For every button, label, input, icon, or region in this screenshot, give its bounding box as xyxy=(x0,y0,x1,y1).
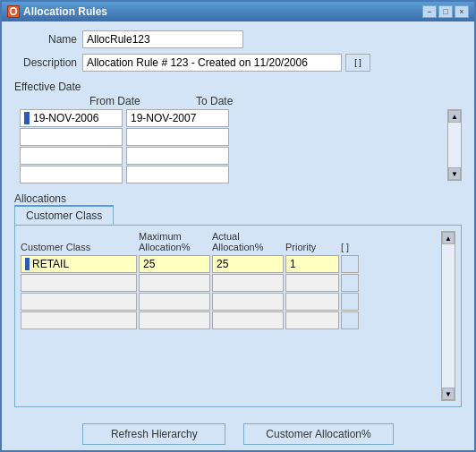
allocations-label: Allocations xyxy=(14,192,462,205)
alloc-customer-cell-2[interactable] xyxy=(21,274,137,292)
from-date-cell-3[interactable] xyxy=(20,147,123,165)
minimize-button[interactable]: − xyxy=(422,5,437,18)
alloc-customer-cell-4[interactable] xyxy=(21,311,137,329)
alloc-scroll-track xyxy=(442,244,455,388)
allocation-rules-window: O Allocation Rules − □ × Name Descriptio… xyxy=(0,0,476,452)
title-bar-left: O Allocation Rules xyxy=(7,5,107,18)
alloc-table: Customer Class Maximum Allocation% Actua… xyxy=(21,231,438,401)
desc-row: Description [ ] xyxy=(14,54,462,72)
alloc-table-wrapper: Customer Class Maximum Allocation% Actua… xyxy=(21,231,455,401)
alloc-max-value-1: 25 xyxy=(143,258,155,270)
from-date-cell-4[interactable] xyxy=(20,166,123,183)
customer-allocation-button[interactable]: Customer Allocation% xyxy=(243,423,393,445)
alloc-row-indicator xyxy=(25,258,30,270)
col-max-header: Maximum Allocation% xyxy=(139,231,210,252)
dates-grid: 19-NOV-2006 19-NOV-2007 xyxy=(14,109,462,183)
alloc-customer-cell-3[interactable] xyxy=(21,293,137,311)
dates-row-4 xyxy=(20,166,444,183)
alloc-actual-cell-2[interactable] xyxy=(212,274,284,292)
alloc-priority-cell-3[interactable] xyxy=(285,293,339,311)
alloc-max-cell-2[interactable] xyxy=(139,274,210,292)
to-date-value-1: 19-NOV-2007 xyxy=(131,112,196,124)
refresh-hierarchy-button[interactable]: Refresh Hierarchy xyxy=(82,423,225,445)
dates-header: From Date To Date xyxy=(14,95,462,107)
dates-scroll-down[interactable]: ▼ xyxy=(448,167,461,180)
alloc-max-cell-1[interactable]: 25 xyxy=(139,255,210,273)
app-icon: O xyxy=(7,5,20,18)
tab-bar: Customer Class xyxy=(14,205,462,225)
alloc-row-3 xyxy=(21,293,438,311)
window-content: Name Description [ ] Effective Date From… xyxy=(2,21,474,416)
col-priority-header: Priority xyxy=(285,242,339,252)
alloc-scroll-up[interactable]: ▲ xyxy=(442,232,455,244)
window-title: Allocation Rules xyxy=(23,5,107,18)
alloc-priority-cell-2[interactable] xyxy=(285,274,339,292)
dates-row-2 xyxy=(20,128,444,146)
alloc-max-cell-4[interactable] xyxy=(139,311,210,329)
alloc-actual-value-1: 25 xyxy=(217,258,228,270)
from-date-cell-2[interactable] xyxy=(20,128,123,146)
desc-input[interactable] xyxy=(82,54,342,72)
alloc-actual-cell-1[interactable]: 25 xyxy=(212,255,284,273)
desc-browse-button[interactable]: [ ] xyxy=(345,54,370,72)
alloc-scroll-down[interactable]: ▼ xyxy=(442,388,455,400)
from-date-value-1: 19-NOV-2006 xyxy=(33,112,98,124)
alloc-rows: RETAIL 25 25 1 xyxy=(21,255,438,329)
close-button[interactable]: × xyxy=(455,5,469,18)
effective-date-label: Effective Date xyxy=(14,81,462,93)
desc-field-group: [ ] xyxy=(82,54,370,72)
footer-buttons: Refresh Hierarchy Customer Allocation% xyxy=(2,416,474,450)
alloc-customer-value-1: RETAIL xyxy=(32,258,69,270)
alloc-row-2 xyxy=(21,274,438,292)
window-controls: − □ × xyxy=(422,5,469,18)
allocations-content: Customer Class Maximum Allocation% Actua… xyxy=(14,225,462,407)
dates-rows: 19-NOV-2006 19-NOV-2007 xyxy=(20,109,444,183)
alloc-priority-cell-4[interactable] xyxy=(285,311,339,329)
alloc-header-row: Customer Class Maximum Allocation% Actua… xyxy=(21,231,438,254)
alloc-scrollbar[interactable]: ▲ ▼ xyxy=(441,231,455,401)
tab-customer-class[interactable]: Customer Class xyxy=(14,205,114,225)
dates-scroll-up[interactable]: ▲ xyxy=(448,110,461,123)
effective-date-section: Effective Date From Date To Date 19-NOV-… xyxy=(14,77,462,183)
alloc-browse-btn-2[interactable] xyxy=(341,274,359,292)
dates-scroll-track xyxy=(448,123,461,167)
col-browse-header: [ ] xyxy=(341,242,359,252)
row-indicator xyxy=(24,112,30,124)
alloc-priority-value-1: 1 xyxy=(290,258,296,270)
allocations-section: Allocations Customer Class Customer Clas… xyxy=(14,189,462,407)
col-customer-header: Customer Class xyxy=(21,242,137,252)
desc-label: Description xyxy=(14,56,77,69)
dates-row-3 xyxy=(20,147,444,165)
dates-scrollbar[interactable]: ▲ ▼ xyxy=(447,109,462,181)
from-date-cell-1[interactable]: 19-NOV-2006 xyxy=(20,109,123,127)
title-bar: O Allocation Rules − □ × xyxy=(2,2,474,21)
alloc-customer-cell-1[interactable]: RETAIL xyxy=(21,255,137,273)
alloc-row-1: RETAIL 25 25 1 xyxy=(21,255,438,273)
col-actual-header: Actual Allocation% xyxy=(212,231,284,252)
from-date-label: From Date xyxy=(89,95,192,107)
alloc-browse-btn-4[interactable] xyxy=(341,311,359,329)
name-row: Name xyxy=(14,30,462,48)
name-input[interactable] xyxy=(82,30,243,48)
alloc-row-4 xyxy=(21,311,438,329)
to-date-cell-3[interactable] xyxy=(126,147,229,165)
alloc-browse-btn-3[interactable] xyxy=(341,293,359,311)
restore-button[interactable]: □ xyxy=(438,5,453,18)
alloc-actual-cell-4[interactable] xyxy=(212,311,284,329)
alloc-max-cell-3[interactable] xyxy=(139,293,210,311)
alloc-priority-cell-1[interactable]: 1 xyxy=(285,255,339,273)
to-date-cell-4[interactable] xyxy=(126,166,229,183)
to-date-label: To Date xyxy=(196,95,299,107)
to-date-cell-1[interactable]: 19-NOV-2007 xyxy=(126,109,229,127)
dates-row-1: 19-NOV-2006 19-NOV-2007 xyxy=(20,109,444,127)
name-label: Name xyxy=(14,33,77,46)
alloc-browse-btn-1[interactable] xyxy=(341,255,359,273)
to-date-cell-2[interactable] xyxy=(126,128,229,146)
alloc-actual-cell-3[interactable] xyxy=(212,293,284,311)
